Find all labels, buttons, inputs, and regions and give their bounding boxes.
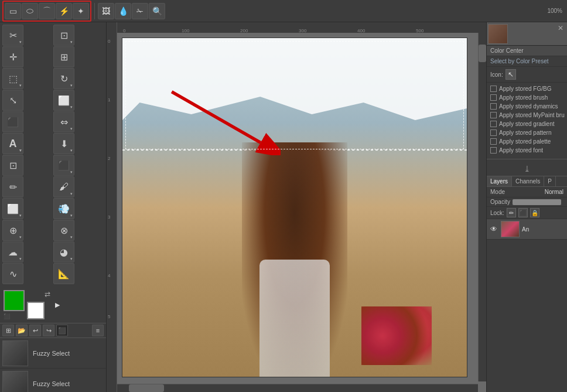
cb-dynamics[interactable] xyxy=(490,103,497,110)
open-image-btn[interactable]: 📂 xyxy=(16,325,28,336)
checkbox-dynamics[interactable]: Apply stored dynamics xyxy=(490,103,563,110)
ellipse-select-tool[interactable]: ⬭ xyxy=(22,3,38,19)
eraser-tool[interactable]: ⬜▾ xyxy=(2,198,23,219)
shear-tool[interactable]: ⬜▾ xyxy=(53,90,74,111)
cb-fg-bg-label: Apply stored FG/BG xyxy=(499,86,551,92)
zoom-level: 100% xyxy=(547,8,565,14)
scrollbar-vertical[interactable] xyxy=(478,33,486,381)
close-button[interactable]: ✕ xyxy=(558,24,563,32)
pencil-tool[interactable]: ✏ xyxy=(2,176,23,197)
scrollbar-thumb-v[interactable] xyxy=(479,45,486,62)
lock-all-btn[interactable]: 🔒 xyxy=(530,208,539,217)
clone-tool[interactable]: ⊕▾ xyxy=(2,220,23,241)
brush-tool[interactable]: 🖌▾ xyxy=(53,176,74,197)
tab-layers[interactable]: Layers xyxy=(487,176,512,186)
measure-tool[interactable]: 📐 xyxy=(53,263,74,284)
cb-palette[interactable] xyxy=(490,138,497,145)
rotate-tool[interactable]: ↻▾ xyxy=(53,68,74,89)
cursor-icon[interactable]: ↖ xyxy=(505,69,516,80)
dodge-burn-tool[interactable]: ◕▾ xyxy=(53,241,74,263)
scissors-tool[interactable]: ✂▾ xyxy=(2,25,23,46)
checkbox-font[interactable]: Apply stored font xyxy=(490,146,563,154)
cb-font-label: Apply stored font xyxy=(499,147,543,154)
checkbox-gradient[interactable]: Apply stored gradient xyxy=(490,120,563,128)
scrollbar-thumb-h[interactable] xyxy=(129,384,164,392)
text-tool[interactable]: A▾ xyxy=(2,133,23,154)
cb-fg-bg[interactable] xyxy=(490,86,497,92)
cb-brush-label: Apply stored brush xyxy=(499,94,548,101)
checkbox-mypaint[interactable]: Apply stored MyPaint bru xyxy=(490,111,563,119)
lock-label: Lock: xyxy=(490,210,504,216)
cb-mypaint-label: Apply stored MyPaint bru xyxy=(499,112,565,118)
fill-tool[interactable]: ⬇▾ xyxy=(53,133,74,154)
new-image-btn[interactable]: ⊞ xyxy=(2,325,14,336)
rect-select-tool[interactable]: ▭ xyxy=(5,3,21,19)
clipboard-tool[interactable]: ⊡▾ xyxy=(53,25,74,46)
checkbox-brush[interactable]: Apply stored brush xyxy=(490,94,563,101)
scale-tool[interactable]: ⤡ xyxy=(2,90,23,111)
undo-btn[interactable]: ↩ xyxy=(29,325,41,336)
move-tool[interactable]: ✛ xyxy=(2,46,23,67)
restore-btn[interactable]: ⬛ xyxy=(56,325,68,336)
image-panel-tool[interactable]: 🖼 xyxy=(98,3,114,19)
smudge-tool[interactable]: ☁▾ xyxy=(2,241,23,263)
lock-alpha-btn[interactable]: ⬛ xyxy=(518,208,528,217)
fg-color-swatch[interactable] xyxy=(4,290,25,311)
opacity-slider[interactable] xyxy=(513,199,561,205)
cb-pattern[interactable] xyxy=(490,129,497,136)
flip-tool[interactable]: ⇔▾ xyxy=(53,111,74,132)
redo-btn[interactable]: ↪ xyxy=(43,325,54,336)
airbrush-tool[interactable]: 💨▾ xyxy=(53,198,74,219)
crop-tool[interactable]: ✁ xyxy=(132,3,148,19)
crop-tool-2[interactable]: ⬚▾ xyxy=(2,68,23,89)
canvas-row: 0 1 2 3 4 5 xyxy=(107,33,486,392)
color-center-header: Color Center xyxy=(487,46,567,56)
canvas-image xyxy=(122,38,467,377)
v-tick-300: 3 xyxy=(108,214,110,220)
expand-icon: ⤓ xyxy=(524,164,531,173)
layer-visibility-toggle[interactable]: 👁 xyxy=(489,224,498,234)
by-color-select-tool[interactable]: ✦ xyxy=(73,3,89,19)
cb-gradient-label: Apply stored gradient xyxy=(499,121,555,127)
checkbox-list: Apply stored FG/BG Apply stored brush Ap… xyxy=(487,83,567,156)
layer-row[interactable]: 👁 An xyxy=(487,219,567,240)
cb-font[interactable] xyxy=(490,147,497,154)
right-divider-1 xyxy=(487,159,567,159)
history-item[interactable]: Fuzzy Select xyxy=(0,338,106,369)
mini-thumbnail xyxy=(488,24,508,44)
color-picker-tool[interactable]: 💧 xyxy=(115,3,131,19)
history-item[interactable]: Fuzzy Select xyxy=(0,369,106,392)
checkbox-palette[interactable]: Apply stored palette xyxy=(490,138,563,145)
scrollbar-horizontal[interactable] xyxy=(117,384,478,392)
perspective-tool[interactable]: ⬛ xyxy=(2,111,23,132)
checkbox-pattern[interactable]: Apply stored pattern xyxy=(490,129,563,137)
canvas-viewport[interactable] xyxy=(117,33,486,392)
heal-tool[interactable]: ⊗▾ xyxy=(53,220,74,241)
icon-label: Icon: xyxy=(490,71,503,78)
panel-menu-btn[interactable]: ≡ xyxy=(92,325,104,336)
tab-channels[interactable]: Channels xyxy=(512,176,544,186)
cb-gradient[interactable] xyxy=(490,121,497,127)
checkbox-fg-bg[interactable]: Apply stored FG/BG xyxy=(490,85,563,93)
align-tool[interactable]: ⊞ xyxy=(53,46,74,67)
free-select-tool[interactable]: ⌒ xyxy=(39,3,55,19)
swap-colors-icon[interactable]: ⇄ xyxy=(45,290,50,298)
color-extra-icon[interactable]: ▶ xyxy=(55,301,60,309)
rect-select-tool-2[interactable]: ⬛▾ xyxy=(53,155,74,176)
cb-mypaint[interactable] xyxy=(490,112,497,118)
select-by-color-tool[interactable]: ⊡ xyxy=(2,155,23,176)
bg-color-swatch[interactable] xyxy=(27,302,45,319)
expand-section-btn[interactable]: ⤓ xyxy=(487,162,567,176)
ruler-tick-0: 0 xyxy=(123,28,125,33)
selection-tools-group: ▭ ⬭ ⌒ ⚡ ✦ xyxy=(2,1,91,22)
reset-colors-icon[interactable]: ⬛ xyxy=(4,313,10,319)
v-tick-500: 5 xyxy=(108,314,110,319)
paths-tool[interactable]: ∿ xyxy=(2,263,23,284)
tab-paths[interactable]: P xyxy=(544,176,556,186)
flowers xyxy=(361,306,432,365)
cb-brush[interactable] xyxy=(490,94,497,101)
lock-pixels-btn[interactable]: ✏ xyxy=(507,208,516,217)
zoom-tool[interactable]: 🔍 xyxy=(149,3,165,19)
fuzzy-select-tool[interactable]: ⚡ xyxy=(56,3,72,19)
cb-palette-label: Apply stored palette xyxy=(499,138,551,145)
